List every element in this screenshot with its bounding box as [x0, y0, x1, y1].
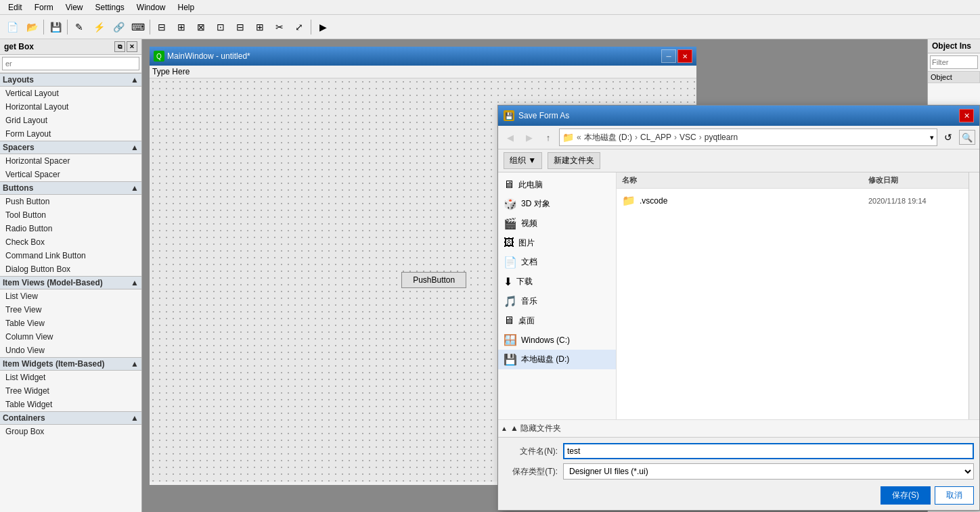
- file-area-header: 名称 修改日期: [617, 172, 968, 189]
- cancel-button[interactable]: 取消: [935, 486, 974, 505]
- filename-label: 文件名(N):: [504, 446, 558, 457]
- path-sep-0: «: [577, 133, 581, 142]
- dialog-close-button[interactable]: ✕: [959, 109, 974, 122]
- path-part-2[interactable]: VSC: [680, 133, 696, 142]
- dialog-bottom: 文件名(N): 保存类型(T): Designer UI files (*.ui…: [498, 437, 979, 510]
- dialog-file-area: 名称 修改日期 📁 .vscode 2020/11/18 19:14: [617, 172, 968, 419]
- nav-refresh-button[interactable]: ↺: [940, 130, 956, 145]
- save-dialog: 💾 Save Form As ✕ ◀ ▶ ↑ 📁 « 本地磁盘 (D:) › C…: [497, 105, 980, 511]
- dialog-path-bar: 📁 « 本地磁盘 (D:) › CL_APP › VSC › pyqtlearn…: [559, 129, 937, 146]
- nav-search-button[interactable]: 🔍: [959, 130, 975, 145]
- downloads-icon: ⬇: [504, 275, 512, 288]
- path-part-1[interactable]: CL_APP: [640, 133, 671, 142]
- dialog-overlay: 💾 Save Form As ✕ ◀ ▶ ↑ 📁 « 本地磁盘 (D:) › C…: [0, 0, 980, 512]
- dialog-buttons: 保存(S) 取消: [504, 484, 974, 505]
- sidebar-item-pictures[interactable]: 🖼 图片: [498, 233, 616, 252]
- folder-icon: 📁: [622, 194, 636, 207]
- documents-icon: 📄: [504, 256, 517, 269]
- sidebar-item-music[interactable]: 🎵 音乐: [498, 292, 616, 311]
- file-col-date-header[interactable]: 修改日期: [868, 175, 963, 185]
- file-list: 📁 .vscode 2020/11/18 19:14: [617, 189, 968, 419]
- sidebar-item-3d[interactable]: 🎲 3D 对象: [498, 194, 616, 214]
- dialog-sidebar: 🖥 此电脑 🎲 3D 对象 🎬 视频 🖼 图片 📄 文档: [498, 172, 617, 419]
- path-sep-3: ›: [699, 133, 702, 142]
- organize-label: 组织 ▼: [510, 155, 536, 166]
- hide-folder-label: ▲ 隐藏文件夹: [510, 423, 561, 434]
- path-part-0[interactable]: 本地磁盘 (D:): [584, 132, 632, 143]
- path-folder-icon: 📁: [562, 132, 574, 143]
- nav-up-button[interactable]: ↑: [540, 130, 556, 145]
- sidebar-label-computer: 此电脑: [518, 179, 543, 191]
- sidebar-item-video[interactable]: 🎬 视频: [498, 214, 616, 233]
- 3d-icon: 🎲: [504, 197, 517, 210]
- sidebar-label-music: 音乐: [521, 296, 537, 307]
- organize-button[interactable]: 组织 ▼: [504, 152, 542, 169]
- dialog-titlebar: 💾 Save Form As ✕: [498, 106, 979, 126]
- new-folder-button[interactable]: 新建文件夹: [548, 152, 600, 169]
- sidebar-label-video: 视频: [521, 218, 537, 229]
- sidebar-item-computer[interactable]: 🖥 此电脑: [498, 175, 616, 194]
- computer-icon: 🖥: [504, 179, 514, 191]
- filename-input[interactable]: [563, 443, 974, 459]
- sidebar-item-local-disk[interactable]: 💾 本地磁盘 (D:): [498, 350, 616, 369]
- nav-forward-button[interactable]: ▶: [521, 130, 537, 145]
- sidebar-item-documents[interactable]: 📄 文档: [498, 252, 616, 272]
- path-part-3[interactable]: pyqtlearn: [705, 133, 738, 142]
- filetype-row: 保存类型(T): Designer UI files (*.ui): [504, 463, 974, 480]
- dialog-titlebar-left: 💾 Save Form As: [504, 110, 569, 121]
- hide-folder-arrow: ▲: [501, 425, 508, 432]
- dialog-scrollbar[interactable]: [968, 172, 979, 419]
- dialog-nav-toolbar: ◀ ▶ ↑ 📁 « 本地磁盘 (D:) › CL_APP › VSC › pyq…: [498, 126, 979, 149]
- new-folder-label: 新建文件夹: [554, 156, 594, 165]
- windows-icon: 🪟: [504, 333, 517, 346]
- dialog-content: 🖥 此电脑 🎲 3D 对象 🎬 视频 🖼 图片 📄 文档: [498, 172, 979, 419]
- sidebar-item-desktop[interactable]: 🖥 桌面: [498, 311, 616, 330]
- sidebar-label-downloads: 下载: [516, 276, 533, 287]
- file-col-name-header[interactable]: 名称: [622, 175, 868, 185]
- sidebar-label-3d: 3D 对象: [521, 198, 550, 210]
- save-button[interactable]: 保存(S): [881, 486, 931, 505]
- sidebar-label-desktop: 桌面: [518, 315, 535, 327]
- sidebar-item-downloads[interactable]: ⬇ 下载: [498, 272, 616, 292]
- path-sep-2: ›: [674, 133, 677, 142]
- path-sep-1: ›: [635, 133, 638, 142]
- nav-back-button[interactable]: ◀: [502, 130, 518, 145]
- sidebar-item-windows[interactable]: 🪟 Windows (C:): [498, 330, 616, 350]
- sidebar-label-pictures: 图片: [518, 237, 535, 249]
- music-icon: 🎵: [504, 295, 517, 308]
- dialog-icon: 💾: [504, 110, 514, 121]
- local-disk-icon: 💾: [504, 353, 517, 366]
- desktop-icon: 🖥: [504, 315, 514, 327]
- filename-row: 文件名(N):: [504, 443, 974, 459]
- hide-folder-row[interactable]: ▲ ▲ 隐藏文件夹: [498, 419, 979, 437]
- dialog-action-bar: 组织 ▼ 新建文件夹: [498, 149, 979, 172]
- video-icon: 🎬: [504, 217, 517, 230]
- sidebar-label-documents: 文档: [521, 256, 537, 268]
- file-name: .vscode: [640, 196, 864, 206]
- pictures-icon: 🖼: [504, 237, 514, 249]
- filetype-select[interactable]: Designer UI files (*.ui): [563, 463, 974, 480]
- filetype-label: 保存类型(T):: [504, 466, 558, 478]
- sidebar-label-local-disk: 本地磁盘 (D:): [521, 354, 569, 365]
- file-item-vscode[interactable]: 📁 .vscode 2020/11/18 19:14: [619, 191, 966, 210]
- sidebar-label-windows: Windows (C:): [521, 335, 570, 345]
- file-date: 2020/11/18 19:14: [868, 197, 963, 205]
- path-dropdown-button[interactable]: ▾: [930, 133, 934, 142]
- dialog-title: Save Form As: [518, 111, 569, 120]
